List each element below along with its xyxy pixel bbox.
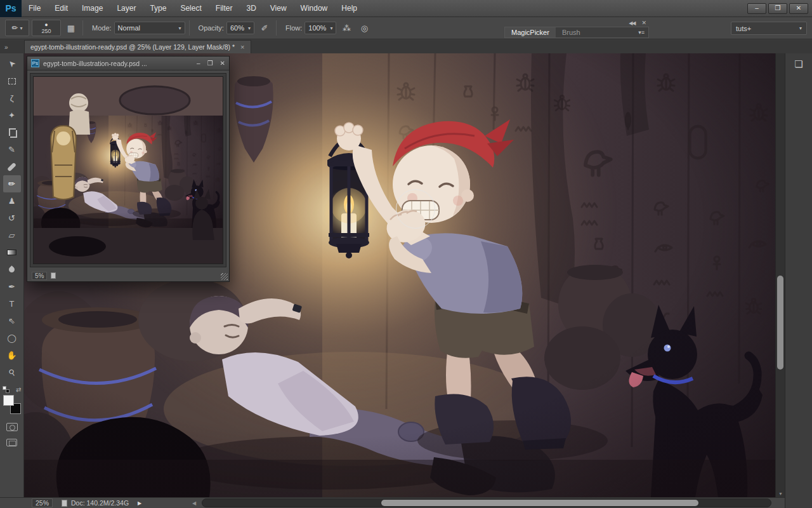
pressure-size-toggle[interactable]: ◎ xyxy=(357,21,372,35)
brush-preset-picker[interactable]: ● 250 xyxy=(32,20,61,36)
menu-type[interactable]: Type xyxy=(143,0,173,17)
floating-window-statusbar: 5% xyxy=(27,270,229,281)
menu-view[interactable]: View xyxy=(263,0,294,17)
ellipse-tool[interactable]: ◯ xyxy=(3,330,21,347)
close-tab-icon[interactable]: × xyxy=(240,43,244,51)
default-colors-icon[interactable] xyxy=(3,386,10,393)
menu-3d[interactable]: 3D xyxy=(239,0,263,17)
workspace-switcher[interactable]: tuts+ ▾ xyxy=(731,22,807,35)
menu-filter[interactable]: Filter xyxy=(209,0,240,17)
floating-close-button[interactable]: ✕ xyxy=(220,60,225,67)
vertical-scrollbar-thumb[interactable] xyxy=(777,276,783,370)
history-brush-tool[interactable]: ↺ xyxy=(3,210,21,227)
pen-tool[interactable]: ✒ xyxy=(3,278,21,295)
lasso-tool[interactable]: ζ xyxy=(3,90,21,107)
floating-window-canvas[interactable] xyxy=(30,73,226,267)
rectangular-marquee-tool[interactable] xyxy=(3,72,21,90)
brush-tool[interactable]: ✏ xyxy=(3,175,21,192)
collapsed-panel-icon[interactable]: ❏ xyxy=(791,57,806,71)
zoom-tool[interactable]: ⚲ xyxy=(3,364,21,381)
floating-document-window[interactable]: Ps egypt-tomb-illustration-ready.psd ...… xyxy=(27,56,230,282)
swap-colors-icon[interactable]: ⇄ xyxy=(16,387,21,393)
eraser-tool[interactable]: ▱ xyxy=(3,227,21,244)
blur-tool-icon xyxy=(8,265,16,274)
opacity-select[interactable]: 60% ▾ xyxy=(226,22,254,34)
resize-grip[interactable] xyxy=(221,273,228,280)
close-window-button[interactable]: ✕ xyxy=(789,3,808,14)
vertical-scrollbar[interactable]: ▼ xyxy=(775,53,785,497)
pen-tool-icon: ✒ xyxy=(8,282,15,291)
flow-value: 100% xyxy=(308,24,326,32)
horizontal-scrollbar-thumb[interactable] xyxy=(381,500,698,506)
clone-stamp-tool[interactable]: ♟ xyxy=(3,192,21,210)
blend-mode-select[interactable]: Normal ▾ xyxy=(114,22,185,34)
quick-mask-mode-button[interactable] xyxy=(6,423,18,431)
airbrush-toggle[interactable]: ⁂ xyxy=(339,21,354,35)
flow-select[interactable]: 100% ▾ xyxy=(304,22,336,34)
collapse-toolbar-icon[interactable]: » xyxy=(0,41,24,53)
document-tab[interactable]: egypt-tomb-illustration-ready.psd @ 25% … xyxy=(24,40,251,53)
type-tool[interactable]: T xyxy=(3,295,21,312)
menu-image[interactable]: Image xyxy=(75,0,110,17)
restore-window-button[interactable]: ❐ xyxy=(768,3,787,14)
menu-help[interactable]: Help xyxy=(334,0,364,17)
floating-minimize-button[interactable]: – xyxy=(197,60,200,67)
menu-file[interactable]: File xyxy=(22,0,48,17)
crop-tool[interactable] xyxy=(3,124,21,141)
tab-magicpicker[interactable]: MagicPicker xyxy=(505,27,556,37)
lasso-tool-icon: ζ xyxy=(10,93,14,103)
move-tool[interactable]: ➤ xyxy=(3,55,21,72)
psd-file-icon: Ps xyxy=(31,59,39,67)
status-flyout-icon[interactable]: ▶ xyxy=(138,500,141,506)
tools-panel: ➤ ζ ✦ ✎ ✏ ♟ ↺ ▱ ✒ T ⇖ ◯ ✋ ⚲ ⇄ xyxy=(0,53,24,497)
toggle-brush-panel-button[interactable]: ▦ xyxy=(63,21,79,35)
foreground-color-swatch[interactable] xyxy=(3,395,14,406)
horizontal-scrollbar[interactable] xyxy=(202,498,771,507)
zoom-level-field[interactable]: 25% xyxy=(32,498,53,507)
floating-zoom-field[interactable]: 5% xyxy=(32,272,47,280)
gradient-tool[interactable] xyxy=(3,244,21,261)
menu-bar: Ps File Edit Image Layer Type Select Fil… xyxy=(0,0,812,17)
panel-collapse-icon[interactable]: ◀◀ xyxy=(629,20,635,26)
minimize-window-button[interactable]: – xyxy=(747,3,766,14)
healing-brush-tool-icon xyxy=(7,162,16,171)
document-tab-title: egypt-tomb-illustration-ready.psd @ 25% … xyxy=(30,43,235,51)
eraser-tool-icon: ▱ xyxy=(9,231,15,240)
scroll-down-icon[interactable]: ▼ xyxy=(778,491,783,496)
blur-tool[interactable] xyxy=(3,261,21,278)
panel-menu-icon[interactable]: ▾≡ xyxy=(634,29,648,36)
sarcophagus xyxy=(51,126,76,199)
type-tool-icon: T xyxy=(10,299,15,309)
eyedropper-tool[interactable]: ✎ xyxy=(3,141,21,158)
brush-tool-icon: ✏ xyxy=(8,179,15,189)
right-panel-dock: ◀◀ ❏ xyxy=(785,40,812,508)
marquee-tool-icon xyxy=(8,78,16,84)
floating-window-titlebar[interactable]: Ps egypt-tomb-illustration-ready.psd ...… xyxy=(27,57,229,70)
menu-select[interactable]: Select xyxy=(173,0,208,17)
menu-window[interactable]: Window xyxy=(294,0,335,17)
divider xyxy=(276,20,277,36)
quick-selection-tool[interactable]: ✦ xyxy=(3,107,21,124)
floating-maximize-button[interactable]: ❐ xyxy=(207,60,213,67)
tool-preset-picker[interactable]: ✏ ▾ xyxy=(5,20,29,36)
magicpicker-panel-group: ◀◀ ✕ MagicPicker Brush ▾≡ xyxy=(504,18,649,38)
scroll-left-icon[interactable]: ◀ xyxy=(192,500,196,506)
photoshop-logo: Ps xyxy=(0,0,22,17)
document-tab-bar: » egypt-tomb-illustration-ready.psd @ 25… xyxy=(0,40,812,53)
divider xyxy=(82,20,83,36)
brush-tip-icon: ● xyxy=(44,22,48,28)
path-selection-tool[interactable]: ⇖ xyxy=(3,312,21,330)
document-icon xyxy=(62,500,67,507)
brush-cursor xyxy=(396,189,435,229)
menu-edit[interactable]: Edit xyxy=(48,0,75,17)
chevron-down-icon: ▾ xyxy=(799,25,802,31)
doc-info-icon[interactable] xyxy=(51,272,56,279)
pressure-opacity-toggle[interactable]: ✐ xyxy=(257,21,272,35)
panel-close-icon[interactable]: ✕ xyxy=(641,20,646,26)
tab-brush[interactable]: Brush xyxy=(556,27,587,37)
menu-layer[interactable]: Layer xyxy=(110,0,143,17)
spot-healing-brush-tool[interactable] xyxy=(3,158,21,175)
eyedropper-tool-icon: ✎ xyxy=(8,145,15,154)
screen-mode-button[interactable] xyxy=(6,439,17,446)
hand-tool[interactable]: ✋ xyxy=(3,347,21,364)
